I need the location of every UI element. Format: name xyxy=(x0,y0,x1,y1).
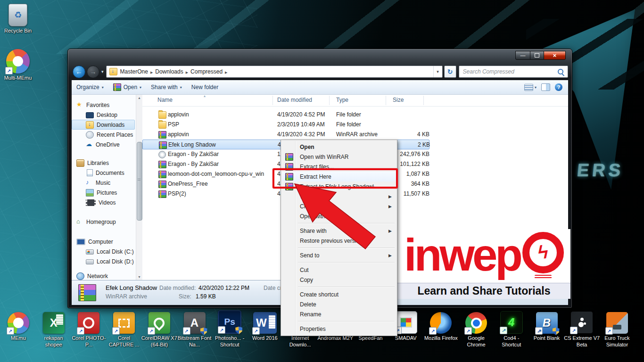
menu-item-create-shortcut[interactable]: Create shortcut xyxy=(282,289,396,299)
sidebar-item-local-disk-c-[interactable]: Local Disk (C:) xyxy=(72,247,136,256)
window-controls: — × xyxy=(515,51,566,60)
file-type: File folder xyxy=(336,111,361,118)
file-name: PSP(2) xyxy=(168,190,186,197)
column-separator[interactable] xyxy=(386,96,386,105)
menu-item-properties[interactable]: Properties xyxy=(282,324,396,334)
menu-item-delete[interactable]: Delete xyxy=(282,299,396,309)
search-input[interactable] xyxy=(459,66,568,77)
preview-pane-button[interactable] xyxy=(541,83,550,91)
desktop-icon-coreldraw-x7-64-bit-[interactable]: ↗CorelDRAW X7 (64-Bit) xyxy=(141,311,177,348)
sidebar-item-downloads[interactable]: Downloads xyxy=(72,120,135,130)
file-name: applovin xyxy=(168,111,189,118)
sidebar-item-videos[interactable]: Videos xyxy=(72,197,136,207)
sidebar-item-pictures[interactable]: Pictures xyxy=(72,188,136,197)
submenu-arrow-icon: ▶ xyxy=(388,204,392,209)
sidebar-group-favorites[interactable]: Favorites xyxy=(72,100,136,110)
desktop-icon-photosho-shortcut[interactable]: Ps↗Photosho... - Shortcut xyxy=(212,311,248,348)
share-with-button[interactable]: Share with▾ xyxy=(146,80,187,94)
desktop-icon-rekapan-shopee[interactable]: Xrekapan shopee xyxy=(36,311,72,348)
sidebar-item-label: OneDrive xyxy=(96,141,120,148)
sidebar-group-homegroup[interactable]: Homegroup xyxy=(72,217,136,227)
search-box xyxy=(459,66,568,78)
sidebar-item-music[interactable]: Music xyxy=(72,178,136,188)
desktop-icon-recycle-bin[interactable]: ♻Recycle Bin xyxy=(0,4,36,34)
desktop-icon-cs-extreme-v7-beta[interactable]: ↗CS Extreme V7 Beta xyxy=(564,311,600,348)
column-header-size[interactable]: Size xyxy=(393,97,404,103)
desktop-icon-cod4-shortcut[interactable]: 4↗Cod4 - Shortcut xyxy=(494,311,529,348)
file-row[interactable]: applovin4/19/2020 4:52 PMFile folder xyxy=(142,110,444,120)
file-size: 4 KB xyxy=(378,131,429,138)
sidebar-group-computer[interactable]: Computer xyxy=(72,237,136,247)
scroll-down-icon[interactable]: ▼ xyxy=(136,274,142,280)
column-separator[interactable] xyxy=(423,96,424,105)
sidebar-item-onedrive[interactable]: OneDrive xyxy=(72,140,136,149)
views-button[interactable]: ▾ xyxy=(524,84,537,91)
desktop-icon-word-2016[interactable]: W↗Word 2016 xyxy=(247,311,283,342)
file-row[interactable]: applovin4/19/2020 4:32 PMWinRAR archive4… xyxy=(142,130,444,140)
address-dropdown-icon[interactable]: ▾ xyxy=(433,66,442,77)
column-separator[interactable] xyxy=(272,96,273,105)
ccapture-icon: ↗ xyxy=(112,311,136,334)
desktop-icon-mozilla-firefox[interactable]: ↗Mozilla Firefox xyxy=(423,311,459,342)
scroll-up-icon[interactable]: ▲ xyxy=(136,95,142,101)
address-bar[interactable]: MasterOne▶Downloads▶Compressed▶ ▾ xyxy=(106,66,443,78)
file-date: 4/19/2020 4:32 PM xyxy=(277,131,325,138)
new-folder-button[interactable]: New folder xyxy=(187,80,223,94)
forward-button[interactable]: → xyxy=(87,66,99,78)
sidebar-group-label: Network xyxy=(87,273,108,280)
close-button[interactable]: × xyxy=(544,51,566,60)
pb-icon: B↗ xyxy=(535,311,559,334)
desktop-icon-corel-capture-[interactable]: ↗Corel CAPTURE ... xyxy=(106,311,142,348)
cdraw-icon: ↗ xyxy=(148,311,171,334)
menu-item-open[interactable]: Open xyxy=(282,142,396,152)
navigation-bar: ← → ▾ MasterOne▶Downloads▶Compressed▶ ▾ … xyxy=(72,64,568,79)
desktop-icon-memu[interactable]: ↗MEmu xyxy=(0,311,36,342)
back-button[interactable]: ← xyxy=(73,66,85,78)
recent-pages-dropdown-icon[interactable]: ▾ xyxy=(101,69,104,74)
uac-shield-icon xyxy=(235,327,242,334)
organize-button[interactable]: Organize▾ xyxy=(72,80,108,94)
column-header-date-modified[interactable]: Date modified xyxy=(277,97,312,103)
desktop-icon-label: CorelDRAW X7 (64-Bit) xyxy=(141,335,177,348)
sidebar-scrollbar[interactable]: ▲ ▼ xyxy=(136,95,142,280)
desktop-icon-label: SpeedFan xyxy=(353,335,388,342)
column-header-name[interactable]: Name xyxy=(157,97,173,103)
shortcut-arrow-icon: ↗ xyxy=(148,327,155,335)
selected-file-icon xyxy=(78,284,96,301)
desktop-icon-corel-photo-p-[interactable]: ↗Corel PHOTO-P... xyxy=(71,311,107,348)
breadcrumb-segment[interactable]: Compressed xyxy=(189,68,224,75)
sidebar-item-recent-places[interactable]: Recent Places xyxy=(72,130,136,140)
breadcrumb-segment[interactable]: MasterOne xyxy=(118,68,150,75)
maximize-button[interactable] xyxy=(530,51,544,60)
sidebar-item-desktop[interactable]: Desktop xyxy=(72,110,136,120)
breadcrumb-segment[interactable]: Downloads xyxy=(153,68,185,75)
menu-item-label: Delete xyxy=(300,301,316,308)
sidebar-group-network[interactable]: Network xyxy=(72,271,136,280)
sidebar-group-libraries[interactable]: Libraries xyxy=(72,158,136,168)
refresh-button[interactable]: ↻ xyxy=(444,66,456,78)
desktop-icon-label: Google Chrome xyxy=(458,335,494,348)
sidebar-item-label: Downloads xyxy=(97,122,124,128)
desktop-icon-euro-truck-simulator[interactable]: ↗Euro Truck Simulator xyxy=(599,311,635,348)
menu-item-rename[interactable]: Rename xyxy=(282,309,396,319)
file-type: File folder xyxy=(336,121,361,128)
open-button[interactable]: Open▾ xyxy=(108,80,146,94)
sidebar-item-local-disk-d-[interactable]: Local Disk (D:) xyxy=(72,256,136,266)
column-separator[interactable] xyxy=(329,96,330,105)
help-button[interactable]: ? xyxy=(555,83,562,91)
column-header-type[interactable]: Type xyxy=(336,97,348,103)
menu-item-open-with-winrar[interactable]: Open with WinRAR xyxy=(282,152,396,162)
menu-item-cut[interactable]: Cut xyxy=(282,265,396,275)
submenu-arrow-icon: ▶ xyxy=(388,194,392,199)
desktop-icon-point-blank[interactable]: B↗Point Blank xyxy=(529,311,565,342)
file-row[interactable]: PSP2/3/2019 10:49 AMFile folder xyxy=(142,120,444,130)
search-icon xyxy=(558,69,563,74)
menu-item-copy[interactable]: Copy xyxy=(282,275,396,285)
minimize-button[interactable]: — xyxy=(515,51,530,60)
desktop-icon-google-chrome[interactable]: ↗Google Chrome xyxy=(458,311,494,348)
desktop-icon-multi-memu[interactable]: ↗Multi-MEmu xyxy=(0,51,36,82)
shortcut-arrow-icon: ↗ xyxy=(218,326,225,334)
desktop-icon-bitstream-font-na-[interactable]: A↗Bitstream Font Na... xyxy=(177,311,213,348)
menu-item-label: Open xyxy=(300,144,314,150)
sidebar-item-documents[interactable]: Documents xyxy=(72,168,136,178)
